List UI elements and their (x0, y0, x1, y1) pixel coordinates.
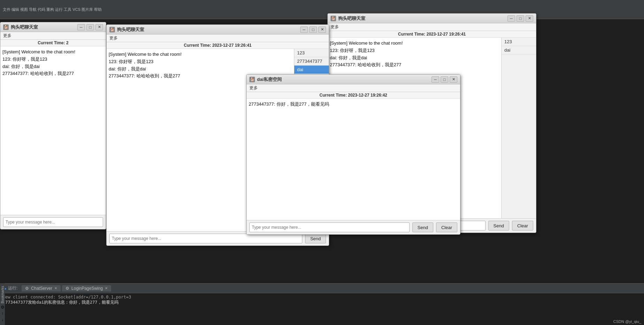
chat-messages-4: 2773447377: 你好，我是277，能看见吗 (247, 99, 460, 220)
window-menubar-3: 更多 (328, 23, 536, 31)
taskbar-tab-loginpage[interactable]: ⚙ LoginPageSwing ✕ (62, 285, 111, 292)
ide-menu[interactable]: 文件 编辑 视图 导航 代码 重构 运行 工具 VCS 图片库 帮助 (3, 7, 102, 12)
message-line: dai: 你好，我是dai (2, 63, 104, 70)
tab-icon-loginpage: ⚙ (65, 286, 69, 291)
taskbar-tabs: ▶ 运行: ⚙ ChatServer ✕ ⚙ LoginPageSwing ✕ (0, 284, 644, 293)
window-titlebar-4[interactable]: 🐕 dai私密空间 ─ □ ✕ (247, 75, 460, 84)
message-line: [System] Welcome to the chat room! (330, 40, 499, 47)
user-list-3: 123 dai (501, 38, 536, 218)
window-footer-4: Send Clear (247, 220, 460, 234)
message-line: 2773447377: 哈哈哈收到，我是277 (2, 70, 104, 77)
message-line: [System] Welcome to the chat room! (2, 48, 104, 56)
close-btn-4[interactable]: ✕ (450, 76, 457, 83)
send-button-4[interactable]: Send (412, 222, 433, 232)
csdn-label: CSDN @yi_qiu_ (613, 319, 641, 324)
window-icon-4: 🐕 (249, 77, 255, 82)
window-controls-2: ─ □ ✕ (300, 27, 326, 33)
clear-button-4[interactable]: Clear (436, 222, 457, 232)
tab-label-chatserver: ChatServer (31, 286, 52, 291)
more-menu-4[interactable]: 更多 (249, 85, 258, 91)
ide-toolbar: 文件 编辑 视图 导航 代码 重构 运行 工具 VCS 图片库 帮助 (0, 0, 644, 19)
message-input-2[interactable] (109, 234, 302, 243)
window-icon-2: 🐕 (109, 27, 115, 32)
minimize-btn-4[interactable]: ─ (432, 76, 439, 83)
log-line-1: New client connected: Socket[addr=/127.0… (3, 295, 641, 300)
minimize-btn-1[interactable]: ─ (77, 24, 85, 30)
message-input-1[interactable] (3, 217, 103, 227)
taskbar-status: CSDN @yi_qiu_ (613, 319, 641, 324)
maximize-btn-3[interactable]: □ (517, 15, 524, 22)
window-menubar-2: 更多 (107, 35, 329, 42)
send-button-3[interactable]: Send (488, 221, 509, 230)
taskbar-tab-chatserver[interactable]: ⚙ ChatServer ✕ (22, 285, 61, 292)
message-line: 123: 你好呀，我是123 (109, 58, 292, 66)
user-item-dai[interactable]: dai (294, 66, 329, 74)
user-item[interactable]: 123 (294, 49, 329, 57)
message-line: 2773447377: 你好，我是277，能看见吗 (249, 101, 458, 108)
maximize-btn-4[interactable]: □ (441, 76, 448, 83)
chat-window-4: 🐕 dai私密空间 ─ □ ✕ 更多 Current Time: 2023-12… (246, 74, 460, 235)
window-titlebar-3[interactable]: 🐕 狗头吧聊天室 ─ □ ✕ (328, 14, 536, 23)
window-status-3: Current Time: 2023-12-27 19:26:41 (328, 31, 536, 38)
bookmark-icon-down[interactable]: ↓ (1, 317, 3, 322)
window-title-2: 狗头吧聊天室 (117, 27, 300, 33)
tab-close-loginpage[interactable]: ✕ (105, 286, 108, 290)
window-titlebar-1[interactable]: 🐕 狗头吧聊天室 ─ □ ✕ (0, 22, 106, 32)
message-line: dai: 你好，我是dai (330, 54, 499, 62)
window-icon-3: 🐕 (331, 16, 336, 21)
tab-close-chatserver[interactable]: ✕ (54, 286, 57, 290)
message-line: 123: 你好呀，我是123 (330, 47, 499, 54)
bookmark-icon-up[interactable]: ↑ (1, 311, 3, 316)
chat-window-1: 🐕 狗头吧聊天室 ─ □ ✕ 更多 Current Time: 2 [Syste… (0, 22, 106, 229)
message-line: [System] Welcome to the chat room! (109, 51, 292, 58)
window-status-4: Current Time: 2023-12-27 19:26:42 (247, 92, 460, 99)
run-label: 运行: (8, 285, 17, 291)
message-line: 2773447377: 哈哈哈收到，我是277 (330, 61, 499, 69)
window-titlebar-2[interactable]: 🐕 狗头吧聊天室 ─ □ ✕ (107, 25, 329, 35)
window-icon-1: 🐕 (3, 24, 9, 30)
tab-icon-chatserver: ⚙ (25, 286, 29, 291)
log-line-2: 2773447377发给dai的私密信息：你好，我是277，能看见吗 (3, 300, 641, 305)
window-status-1: Current Time: 2 (0, 40, 106, 46)
user-item-123[interactable]: 123 (502, 38, 536, 46)
bookmark-label[interactable]: Bookmarks (1, 286, 5, 303)
window-title-1: 狗头吧聊天室 (11, 24, 77, 30)
user-item[interactable]: 2773447377 (294, 57, 329, 66)
close-btn-1[interactable]: ✕ (95, 24, 103, 30)
send-button-2[interactable]: Send (305, 234, 326, 243)
bookmark-icon-settings[interactable]: ⚙ (1, 305, 5, 310)
message-line: dai: 你好，我是dai (109, 66, 292, 73)
minimize-btn-2[interactable]: ─ (300, 27, 308, 33)
message-line: 123: 你好呀，我是123 (2, 56, 104, 63)
close-btn-3[interactable]: ✕ (526, 15, 533, 22)
taskbar-content: New client connected: Socket[addr=/127.0… (0, 293, 644, 325)
window-title-3: 狗头吧聊天室 (338, 15, 507, 22)
window-title-4: dai私密空间 (257, 76, 432, 83)
chat-messages-1: [System] Welcome to the chat room! 123: … (0, 46, 106, 215)
window-controls-3: ─ □ ✕ (507, 15, 533, 22)
taskbar: ▶ 运行: ⚙ ChatServer ✕ ⚙ LoginPageSwing ✕ … (0, 283, 644, 325)
clear-button-3[interactable]: Clear (512, 221, 533, 230)
user-item-dai[interactable]: dai (502, 46, 536, 54)
window-footer-1 (0, 215, 106, 229)
tab-label-loginpage: LoginPageSwing (71, 286, 103, 291)
close-btn-2[interactable]: ✕ (318, 27, 326, 33)
maximize-btn-2[interactable]: □ (309, 27, 317, 33)
minimize-btn-3[interactable]: ─ (507, 15, 515, 22)
window-menubar-1: 更多 (0, 32, 106, 40)
window-controls-1: ─ □ ✕ (77, 24, 103, 30)
window-menubar-4: 更多 (247, 84, 460, 92)
message-input-4[interactable] (249, 222, 410, 232)
more-menu-2[interactable]: 更多 (109, 35, 118, 41)
bookmarks-panel: Bookmarks ⚙ ↑ ↓ (0, 283, 5, 325)
window-controls-4: ─ □ ✕ (432, 76, 457, 83)
more-menu-1[interactable]: 更多 (3, 33, 11, 39)
maximize-btn-1[interactable]: □ (86, 24, 94, 30)
window-status-2: Current Time: 2023-12-27 19:26:41 (107, 42, 329, 49)
more-menu-3[interactable]: 更多 (331, 24, 339, 30)
